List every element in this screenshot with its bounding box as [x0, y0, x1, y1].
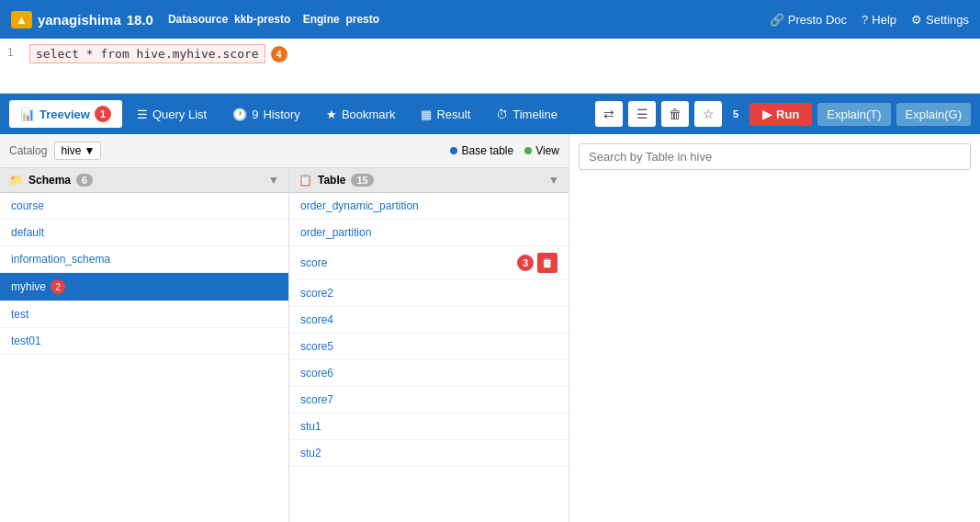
datasource-info: Datasource kkb-presto Engine presto — [168, 13, 379, 26]
settings-label: Settings — [926, 13, 969, 27]
tab-history-badge: 9 — [252, 108, 258, 121]
tab-history[interactable]: 🕐 9 History — [221, 102, 311, 127]
schema-item-name: default — [11, 226, 44, 239]
schema-item[interactable]: test — [0, 301, 288, 328]
trash-button[interactable]: 🗑 — [661, 101, 689, 127]
star-button[interactable]: ☆ — [694, 101, 722, 127]
schema-table-row: 📁 Schema 6 ▼ course default information_… — [0, 168, 569, 522]
table-row[interactable]: stu1 — [289, 414, 569, 440]
legend: Base table View — [450, 144, 559, 157]
left-panel: Catalog hive ▼ Base table View — [0, 134, 569, 522]
table-name: order_partition — [300, 226, 371, 239]
chevron-down-icon: ▼ — [84, 144, 95, 157]
navbar-left: ▲ yanagishima 18.0 Datasource kkb-presto… — [11, 11, 379, 28]
explain-g-button[interactable]: Explain(G) — [896, 103, 971, 126]
table-row[interactable]: score5 — [289, 334, 569, 360]
schema-count: 6 — [76, 174, 93, 187]
table-row[interactable]: score6 — [289, 360, 569, 387]
schema-header: 📁 Schema 6 ▼ — [0, 168, 288, 193]
sql-text[interactable]: select * from hive.myhive.score — [29, 44, 265, 63]
brand-version: 18.0 — [127, 12, 153, 28]
editor-badge: 4 — [271, 46, 287, 62]
schema-filter-icon[interactable]: ▼ — [268, 174, 279, 187]
tree-icon: 📊 — [20, 108, 35, 121]
help-label: Help — [872, 13, 896, 27]
legend-view: View — [524, 144, 559, 157]
tab-result-label: Result — [436, 108, 470, 121]
schema-list: course default information_schema myhive… — [0, 193, 288, 522]
schema-item-myhive[interactable]: myhive 2 — [0, 273, 288, 301]
table-row[interactable]: stu2 — [289, 440, 569, 467]
table-row[interactable]: score7 — [289, 387, 569, 414]
bookmark-icon: ★ — [326, 108, 337, 121]
base-table-dot — [450, 147, 457, 154]
brand-name: yanagishima — [38, 12, 121, 28]
history-icon: 🕐 — [232, 108, 247, 121]
right-panel — [569, 134, 980, 522]
table-row[interactable]: order_partition — [289, 220, 569, 246]
explain-t-label: Explain(T) — [827, 108, 881, 121]
tab-bookmark-label: Bookmark — [342, 108, 396, 121]
table-name: score5 — [300, 340, 333, 353]
table-count: 15 — [351, 174, 373, 187]
catalog-bar: Catalog hive ▼ Base table View — [0, 134, 569, 168]
brand: ▲ yanagishima 18.0 — [11, 11, 153, 28]
explain-t-button[interactable]: Explain(T) — [817, 103, 890, 126]
table-row-score[interactable]: score 3 📋 — [289, 246, 569, 280]
presto-doc-link[interactable]: 🔗 Presto Doc — [770, 13, 847, 27]
search-input[interactable] — [579, 143, 971, 170]
table-row[interactable]: score4 — [289, 307, 569, 334]
table-name: score6 — [300, 367, 333, 380]
schema-item[interactable]: course — [0, 193, 288, 220]
tab-result[interactable]: ▦ Result — [410, 102, 481, 127]
catalog-select[interactable]: hive ▼ — [54, 142, 101, 160]
tab-treeview[interactable]: 📊 Treeview 1 — [9, 100, 122, 128]
treeview-badge: 1 — [95, 106, 111, 122]
run-icon: ▶ — [762, 108, 772, 121]
tab-timeline[interactable]: ⏱ Timeline — [485, 102, 569, 127]
help-link[interactable]: ? Help — [862, 13, 896, 27]
toolbar-actions: ⇄ ☰ 🗑 ☆ 5 ▶ Run Explain(T) Explain(G) — [595, 101, 971, 127]
view-label: View — [535, 144, 559, 157]
swap-button[interactable]: ⇄ — [595, 101, 623, 127]
settings-link[interactable]: ⚙ Settings — [911, 13, 969, 27]
base-table-label: Base table — [461, 144, 513, 157]
tab-treeview-label: Treeview — [39, 108, 90, 121]
schema-title: Schema — [28, 174, 71, 187]
main-content: Catalog hive ▼ Base table View — [0, 134, 980, 522]
schema-item[interactable]: information_schema — [0, 246, 288, 273]
catalog-label: Catalog — [9, 144, 47, 157]
table-row[interactable]: order_dynamic_partition — [289, 193, 569, 220]
toolbar-tabs: 📊 Treeview 1 ☰ Query List 🕐 9 History ★ … — [9, 100, 569, 128]
schema-item[interactable]: test01 — [0, 328, 288, 355]
copy-table-button[interactable]: 📋 — [537, 253, 558, 273]
tab-query-list[interactable]: ☰ Query List — [126, 102, 218, 127]
toolbar: 📊 Treeview 1 ☰ Query List 🕐 9 History ★ … — [0, 94, 980, 134]
engine-value: presto — [345, 13, 379, 26]
table-row[interactable]: score2 — [289, 280, 569, 307]
schema-item-name: test01 — [11, 335, 41, 347]
score-action-badge: 3 — [517, 255, 534, 271]
navbar: ▲ yanagishima 18.0 Datasource kkb-presto… — [0, 0, 980, 39]
align-button[interactable]: ☰ — [628, 101, 656, 127]
editor-area: 1 select * from hive.myhive.score 4 — [0, 39, 980, 94]
table-name: stu1 — [300, 420, 321, 433]
run-button[interactable]: ▶ Run — [749, 103, 812, 126]
table-filter-icon[interactable]: ▼ — [548, 174, 559, 187]
tab-bookmark[interactable]: ★ Bookmark — [315, 102, 407, 127]
table-actions: 3 📋 — [517, 253, 558, 273]
tab-timeline-label: Timeline — [513, 108, 558, 121]
tab-query-list-label: Query List — [152, 108, 207, 121]
table-panel: 📋 Table 15 ▼ order_dynamic_partition ord… — [289, 168, 569, 522]
editor-content[interactable]: select * from hive.myhive.score 4 — [29, 44, 973, 63]
datasource-value: kkb-presto — [234, 13, 290, 26]
line-number: 1 — [7, 44, 22, 59]
datasource-label: Datasource — [168, 13, 228, 26]
table-name: score2 — [300, 287, 333, 300]
timeline-icon: ⏱ — [496, 108, 508, 121]
run-badge: 5 — [727, 106, 744, 122]
schema-panel: 📁 Schema 6 ▼ course default information_… — [0, 168, 289, 522]
table-name: score7 — [300, 393, 333, 406]
schema-item[interactable]: default — [0, 220, 288, 246]
table-name: score4 — [300, 313, 333, 326]
